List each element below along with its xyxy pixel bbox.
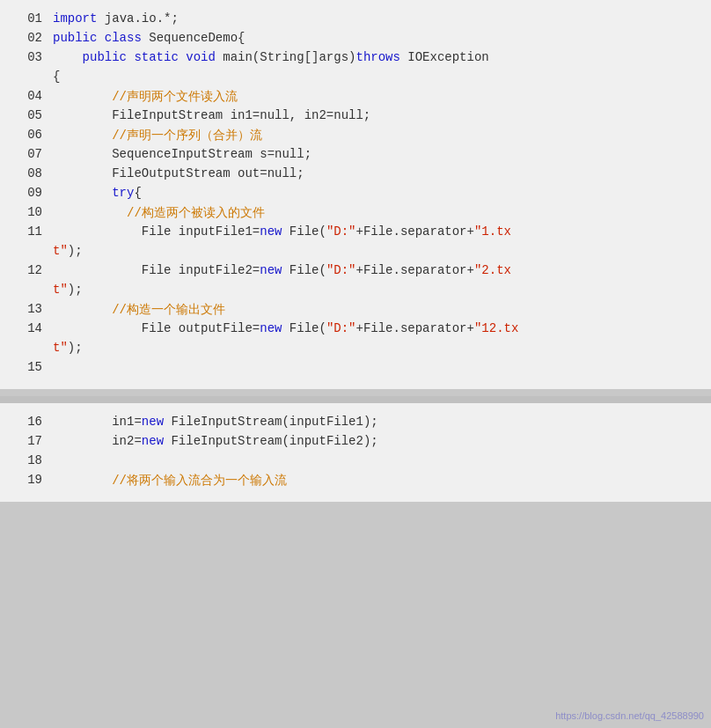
line-content-04: //声明两个文件读入流 bbox=[53, 89, 711, 105]
code-line-17: 17 in2=new FileInputStream(inputFile2); bbox=[0, 433, 711, 452]
line-content-09: try{ bbox=[53, 186, 711, 200]
line-content-14: File outputFile=new File("D:"+File.separ… bbox=[53, 321, 711, 335]
code-line-10: 10 //构造两个被读入的文件 bbox=[0, 204, 711, 224]
code-line-12: 12 File inputFile2=new File("D:"+File.se… bbox=[0, 262, 711, 282]
code-line-08: 08 FileOutputStream out=null; bbox=[0, 165, 711, 185]
line-num-02: 02 bbox=[0, 31, 53, 45]
line-content-14b: t"); bbox=[53, 341, 711, 355]
line-content-10: //构造两个被读入的文件 bbox=[53, 205, 711, 221]
line-content-16: in1=new FileInputStream(inputFile1); bbox=[53, 415, 711, 429]
line-content-17: in2=new FileInputStream(inputFile2); bbox=[53, 434, 711, 448]
line-num-05: 05 bbox=[0, 108, 53, 122]
page-wrapper: 01 import java.io.*; 02 public class Seq… bbox=[0, 0, 711, 728]
line-num-01: 01 bbox=[0, 11, 53, 26]
line-num-04: 04 bbox=[0, 89, 53, 103]
line-num-19: 19 bbox=[0, 473, 53, 487]
line-num-03: 03 bbox=[0, 50, 53, 64]
line-num-06: 06 bbox=[0, 128, 53, 142]
code-line-18: 18 bbox=[0, 452, 711, 472]
line-num-08: 08 bbox=[0, 166, 53, 180]
line-num-07: 07 bbox=[0, 147, 53, 161]
line-num-12: 12 bbox=[0, 263, 53, 277]
code-line-14: 14 File outputFile=new File("D:"+File.se… bbox=[0, 320, 711, 340]
code-line-09: 09 try{ bbox=[0, 185, 711, 204]
code-line-07: 07 SequenceInputStream s=null; bbox=[0, 146, 711, 165]
code-line-01: 01 import java.io.*; bbox=[0, 11, 711, 30]
code-line-03b: { bbox=[0, 69, 711, 88]
code-line-02: 02 public class SequenceDemo{ bbox=[0, 30, 711, 49]
line-num-17: 17 bbox=[0, 434, 53, 448]
line-content-12b: t"); bbox=[53, 283, 711, 297]
line-content-12: File inputFile2=new File("D:"+File.separ… bbox=[53, 263, 711, 277]
code-line-05: 05 FileInputStream in1=null, in2=null; bbox=[0, 107, 711, 127]
line-content-13: //构造一个输出文件 bbox=[53, 302, 711, 318]
code-line-04: 04 //声明两个文件读入流 bbox=[0, 88, 711, 107]
code-line-15: 15 bbox=[0, 359, 711, 379]
line-num-11: 11 bbox=[0, 224, 53, 239]
code-line-19: 19 //将两个输入流合为一个输入流 bbox=[0, 472, 711, 491]
code-line-13: 13 //构造一个输出文件 bbox=[0, 301, 711, 320]
line-content-03b: { bbox=[53, 70, 711, 84]
line-num-10: 10 bbox=[0, 205, 53, 219]
watermark: https://blog.csdn.net/qq_42588990 bbox=[555, 710, 704, 721]
code-line-16: 16 in1=new FileInputStream(inputFile1); bbox=[0, 414, 711, 433]
line-content-03: public static void main(String[]args)thr… bbox=[53, 50, 711, 64]
code-block-1: 01 import java.io.*; 02 public class Seq… bbox=[0, 0, 711, 389]
code-line-06: 06 //声明一个序列（合并）流 bbox=[0, 127, 711, 146]
line-content-06: //声明一个序列（合并）流 bbox=[53, 128, 711, 143]
line-content-02: public class SequenceDemo{ bbox=[53, 31, 711, 45]
code-line-14b: t"); bbox=[0, 340, 711, 359]
code-line-12b: t"); bbox=[0, 282, 711, 301]
line-content-05: FileInputStream in1=null, in2=null; bbox=[53, 108, 711, 122]
line-num-15: 15 bbox=[0, 360, 53, 374]
line-content-19: //将两个输入流合为一个输入流 bbox=[53, 473, 711, 489]
line-content-11: File inputFile1=new File("D:"+File.separ… bbox=[53, 224, 711, 239]
line-content-07: SequenceInputStream s=null; bbox=[53, 147, 711, 161]
line-content-11b: t"); bbox=[53, 244, 711, 258]
gap bbox=[0, 396, 711, 403]
line-content-08: FileOutputStream out=null; bbox=[53, 166, 711, 180]
line-content-01: import java.io.*; bbox=[53, 11, 711, 26]
line-num-09: 09 bbox=[0, 186, 53, 200]
code-line-03: 03 public static void main(String[]args)… bbox=[0, 49, 711, 69]
code-block-2: 16 in1=new FileInputStream(inputFile1); … bbox=[0, 403, 711, 502]
line-num-13: 13 bbox=[0, 302, 53, 316]
code-line-11b: t"); bbox=[0, 243, 711, 262]
line-num-14: 14 bbox=[0, 321, 53, 335]
line-num-16: 16 bbox=[0, 415, 53, 429]
line-num-18: 18 bbox=[0, 453, 53, 467]
code-line-11: 11 File inputFile1=new File("D:"+File.se… bbox=[0, 224, 711, 243]
